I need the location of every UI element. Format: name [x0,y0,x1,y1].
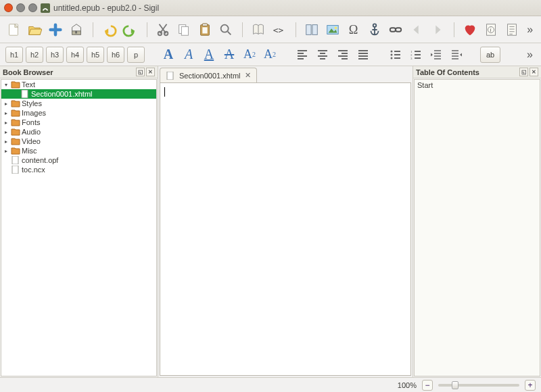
main-toolbar: <> Ω i » [0,16,541,43]
new-button[interactable] [5,20,22,40]
overflow-icon[interactable]: » [524,49,536,61]
donate-button[interactable] [461,20,478,40]
svg-rect-12 [202,23,207,26]
tree-file[interactable]: toc.ncx [1,165,156,174]
tree-file[interactable]: content.opf [1,155,156,165]
font-color-button[interactable]: A [160,47,177,63]
h4-button[interactable]: h4 [66,47,84,63]
panel-close-icon[interactable]: ✕ [146,68,155,76]
subscript-button[interactable]: A2 [241,47,258,63]
tree-label: Section0001.xhtml [31,90,93,98]
chevron-right-icon[interactable]: ▸ [3,139,9,145]
anchor-button[interactable] [366,20,383,40]
h1-button[interactable]: h1 [5,47,23,63]
overflow-icon[interactable]: » [524,24,536,36]
tree-folder-text[interactable]: ▾ Text [1,80,156,89]
chevron-right-icon[interactable]: ▸ [3,120,9,126]
minimize-icon[interactable] [16,3,25,12]
h3-button[interactable]: h3 [46,47,64,63]
zoom-slider-thumb[interactable] [452,381,458,389]
italic-button[interactable]: A [180,47,197,63]
bullet-list-button[interactable] [387,47,404,63]
p-button[interactable]: p [127,47,145,63]
save-button[interactable] [68,20,85,40]
folder-icon [11,118,20,126]
panel-float-icon[interactable]: ◱ [519,68,528,76]
toc-button[interactable] [503,20,520,40]
find-button[interactable] [217,20,234,40]
tab-close-icon[interactable]: ✕ [245,71,251,80]
metadata-button[interactable]: i [482,20,499,40]
align-right-button[interactable] [334,47,352,63]
app-icon [41,3,50,13]
chevron-right-icon[interactable]: ▸ [3,101,9,107]
tree-folder[interactable]: ▸Images [1,108,156,118]
svg-text:Ω: Ω [349,23,358,36]
toc-tree[interactable]: Start [414,79,540,376]
align-center-button[interactable] [314,47,331,63]
number-list-button[interactable]: 123 [407,47,425,63]
copy-button[interactable] [175,20,192,40]
insert-image-button[interactable] [325,20,342,40]
underline-button[interactable]: A [200,47,218,63]
book-view-button[interactable] [250,20,266,40]
chevron-right-icon[interactable]: ▸ [3,148,9,154]
back-button[interactable] [408,20,425,40]
tree-folder[interactable]: ▸Misc [1,146,156,155]
h2-button[interactable]: h2 [26,47,43,63]
split-button[interactable] [304,20,321,40]
indent-button[interactable] [448,47,465,63]
svg-rect-37 [22,90,28,98]
panel-float-icon[interactable]: ◱ [136,68,145,76]
align-left-button[interactable] [293,47,311,63]
chevron-right-icon[interactable]: ▸ [3,110,9,116]
svg-text:3: 3 [410,57,413,60]
add-button[interactable] [47,20,64,40]
tree-folder[interactable]: ▸Video [1,137,156,146]
h6-button[interactable]: h6 [107,47,124,63]
toc-title: Table Of Contents ◱ ✕ [413,66,541,78]
svg-rect-38 [12,156,18,164]
align-justify-button[interactable] [354,47,372,63]
svg-point-14 [220,24,228,32]
separator-icon [238,20,245,39]
maximize-icon[interactable] [28,3,37,12]
zoom-out-button[interactable]: − [422,380,433,391]
folder-icon [11,137,20,145]
tree-folder[interactable]: ▸Styles [1,99,156,108]
link-button[interactable] [387,20,404,40]
file-tree[interactable]: ▾ Text Section0001.xhtml ▸Styles▸Images▸… [1,79,157,376]
casing-button[interactable]: ab [480,47,500,63]
strike-button[interactable]: A [220,47,238,63]
folder-icon [11,128,20,136]
tree-label: Styles [22,99,42,107]
open-button[interactable] [26,20,43,40]
superscript-button[interactable]: A2 [261,47,279,63]
toc-item[interactable]: Start [417,81,537,89]
editor-tab[interactable]: Section0001.xhtml ✕ [160,68,257,82]
code-view-button[interactable]: <> [270,20,287,40]
special-char-button[interactable]: Ω [346,20,362,40]
redo-button[interactable] [122,20,139,40]
tree-folder[interactable]: ▸Fonts [1,118,156,127]
svg-marker-35 [431,53,433,56]
status-bar: 100% − + [0,377,541,392]
tree-label: Text [22,80,35,89]
outdent-button[interactable] [427,47,445,63]
editor-area[interactable] [160,82,411,376]
folder-icon [11,147,20,155]
zoom-slider[interactable] [438,384,519,387]
close-icon[interactable] [4,3,13,12]
tree-folder[interactable]: ▸Audio [1,127,156,137]
chevron-down-icon[interactable]: ▾ [3,82,9,88]
paste-button[interactable] [196,20,213,40]
tree-file-selected[interactable]: Section0001.xhtml [1,89,156,99]
svg-rect-39 [12,166,18,174]
panel-close-icon[interactable]: ✕ [530,68,538,76]
chevron-right-icon[interactable]: ▸ [3,129,9,135]
h5-button[interactable]: h5 [87,47,104,63]
zoom-in-button[interactable]: + [525,380,536,391]
undo-button[interactable] [101,20,118,40]
forward-button[interactable] [429,20,446,40]
cut-button[interactable] [154,20,171,40]
